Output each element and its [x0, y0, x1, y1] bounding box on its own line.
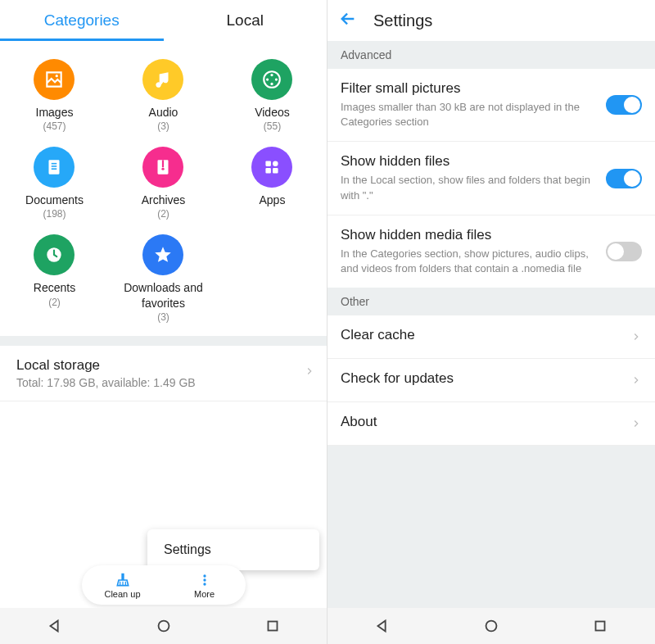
category-recents[interactable]: Recents (2) — [0, 224, 109, 327]
category-label: Downloads and favorites — [118, 280, 208, 310]
archive-icon — [142, 147, 183, 188]
tab-categories-label: Categories — [44, 11, 120, 29]
triangle-back-icon — [46, 617, 64, 635]
category-count: (2) — [48, 297, 61, 308]
toggle-hidden-files[interactable] — [606, 169, 642, 188]
category-videos[interactable]: Videos (55) — [218, 49, 327, 137]
more-button[interactable]: More — [164, 565, 246, 605]
tab-local[interactable]: Local — [164, 0, 328, 41]
android-navbar — [0, 608, 327, 644]
more-vertical-icon — [196, 572, 213, 588]
circle-home-icon — [482, 617, 500, 635]
back-nav-button[interactable] — [30, 617, 79, 635]
setting-title: Show hidden files — [341, 153, 598, 170]
svg-point-21 — [158, 621, 169, 632]
setting-about[interactable]: About — [328, 402, 655, 446]
storage-subtitle: Total: 17.98 GB, available: 1.49 GB — [16, 376, 310, 389]
tab-categories[interactable]: Categories — [0, 0, 164, 41]
category-label: Archives — [142, 193, 186, 207]
home-nav-button[interactable] — [467, 617, 516, 635]
settings-header: Settings — [328, 0, 655, 41]
svg-point-20 — [203, 583, 206, 585]
settings-popup[interactable]: Settings — [147, 529, 319, 570]
back-nav-button[interactable] — [358, 617, 407, 635]
popup-label: Settings — [164, 542, 303, 557]
more-label: More — [194, 589, 215, 599]
chevron-right-icon — [630, 418, 642, 429]
category-label: Videos — [255, 105, 290, 120]
setting-clear-cache[interactable]: Clear cache — [328, 315, 655, 359]
svg-rect-15 — [266, 168, 272, 174]
chevron-right-icon — [630, 331, 642, 342]
home-nav-button[interactable] — [139, 617, 188, 635]
separator — [0, 336, 327, 346]
svg-rect-13 — [266, 161, 272, 167]
setting-description: Images smaller than 30 kB are not displa… — [341, 100, 598, 129]
svg-point-3 — [266, 78, 269, 80]
category-label: Audio — [149, 105, 178, 120]
setting-check-updates[interactable]: Check for updates — [328, 359, 655, 402]
setting-show-hidden-media[interactable]: Show hidden media files In the Categorie… — [328, 215, 655, 288]
toggle-filter-small[interactable] — [606, 95, 642, 115]
category-count: (198) — [43, 208, 66, 220]
recents-nav-button[interactable] — [248, 617, 297, 635]
square-recents-icon — [264, 617, 282, 635]
category-grid: Images (457) Audio (3) Videos (55) Docum… — [0, 41, 327, 336]
circle-home-icon — [155, 617, 173, 635]
category-count: (457) — [43, 120, 66, 132]
bottom-pill: Clean up More — [82, 565, 246, 605]
right-screen: Settings Advanced Filter small pictures … — [328, 0, 655, 644]
category-apps[interactable]: Apps — [218, 137, 327, 224]
svg-point-19 — [203, 578, 206, 581]
setting-title: Check for updates — [341, 370, 622, 387]
svg-rect-11 — [162, 161, 164, 168]
category-archives[interactable]: Archives (2) — [109, 137, 218, 224]
local-storage-row[interactable]: Local storage Total: 17.98 GB, available… — [0, 346, 327, 401]
category-downloads[interactable]: Downloads and favorites (3) — [109, 224, 218, 327]
recents-nav-button[interactable] — [576, 617, 625, 635]
svg-point-2 — [271, 74, 273, 76]
image-icon — [34, 59, 75, 100]
setting-description: In the Local section, show files and fol… — [341, 173, 598, 202]
music-note-icon — [142, 59, 183, 100]
setting-title: Show hidden media files — [341, 227, 598, 243]
category-count: (55) — [264, 120, 281, 132]
cleanup-button[interactable]: Clean up — [82, 565, 164, 605]
toggle-hidden-media[interactable] — [606, 242, 642, 261]
apps-icon — [251, 147, 292, 188]
setting-description: In the Categories section, show pictures… — [341, 247, 598, 276]
android-navbar — [328, 608, 655, 644]
svg-point-0 — [56, 75, 58, 77]
tabs: Categories Local — [0, 0, 327, 41]
category-documents[interactable]: Documents (198) — [0, 137, 109, 224]
svg-point-18 — [203, 574, 206, 577]
broom-icon — [115, 572, 131, 588]
triangle-back-icon — [373, 617, 391, 635]
page-title: Settings — [373, 11, 432, 30]
svg-point-23 — [486, 621, 497, 632]
svg-rect-14 — [273, 161, 279, 167]
square-recents-icon — [591, 617, 609, 635]
storage-title: Local storage — [16, 357, 310, 374]
svg-point-4 — [275, 78, 278, 80]
chevron-right-icon — [630, 374, 642, 386]
setting-filter-small-pictures[interactable]: Filter small pictures Images smaller tha… — [328, 69, 655, 142]
left-screen: Categories Local Images (457) Audio (3) … — [0, 0, 328, 644]
section-advanced: Advanced — [328, 41, 655, 69]
category-images[interactable]: Images (457) — [0, 49, 109, 137]
category-label: Images — [36, 105, 74, 120]
category-audio[interactable]: Audio (3) — [109, 49, 218, 137]
setting-show-hidden-files[interactable]: Show hidden files In the Local section, … — [328, 142, 655, 215]
cleanup-label: Clean up — [104, 589, 140, 599]
svg-rect-6 — [49, 161, 60, 175]
film-reel-icon — [251, 59, 292, 100]
clock-icon — [34, 234, 75, 275]
category-count: (2) — [157, 208, 169, 220]
svg-rect-24 — [596, 622, 605, 631]
chevron-right-icon — [304, 365, 315, 380]
category-label: Recents — [34, 280, 75, 295]
back-button[interactable] — [339, 10, 368, 31]
category-count: (3) — [157, 120, 169, 132]
arrow-left-icon — [339, 10, 357, 28]
setting-title: About — [341, 414, 622, 430]
